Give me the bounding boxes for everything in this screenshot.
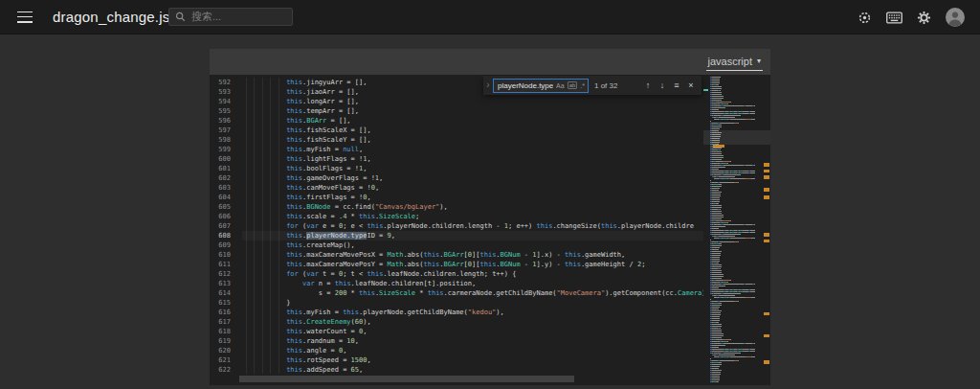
find-match-highlight: playerNode.type [306, 232, 367, 240]
line-number[interactable]: 601 [210, 164, 242, 173]
minimap-slider[interactable] [703, 130, 770, 145]
display-settings-icon[interactable] [858, 11, 872, 25]
code-line[interactable]: this.rotSpeed = 1500, [242, 355, 703, 365]
find-previous-button[interactable]: ↑ [642, 76, 654, 95]
find-close-button[interactable]: × [685, 76, 697, 95]
user-avatar[interactable] [946, 8, 965, 27]
top-bar: dragon_change.js 搜索... [0, 0, 980, 34]
code-line[interactable]: this.firstFlags = !0, [242, 193, 703, 202]
code-line[interactable]: this.tempArr = [], [242, 106, 703, 116]
find-expand-chevron-icon[interactable]: › [483, 76, 493, 95]
code-content[interactable]: this.jingyuArr = [],this.jiaoArr = [],th… [242, 75, 703, 385]
regex-icon[interactable]: .* [580, 82, 585, 89]
line-number[interactable]: 609 [210, 240, 242, 250]
line-number[interactable]: 610 [210, 250, 242, 260]
line-number[interactable]: 606 [210, 212, 242, 221]
line-number[interactable]: 594 [210, 97, 242, 106]
code-line[interactable]: this.BGNode = cc.find("Canvas/bgLayer"), [242, 202, 703, 212]
line-number[interactable]: 603 [210, 183, 242, 193]
line-number[interactable]: 598 [210, 135, 242, 145]
settings-gear-icon[interactable] [917, 11, 931, 25]
search-match-mark [764, 233, 769, 237]
workspace: javascript ▾ › playerNode.type Aa ab .* … [0, 35, 980, 389]
code-line[interactable]: this.canMoveFlags = !0, [242, 183, 703, 193]
code-line[interactable]: this.gameOverFlags = !1, [242, 173, 703, 183]
search-match-mark [764, 195, 769, 199]
line-number[interactable]: 622 [210, 365, 242, 375]
code-line[interactable]: this.maxCameraMovePosY = Math.abs(this.B… [242, 260, 703, 269]
search-match-mark [764, 240, 769, 243]
line-number[interactable]: 612 [210, 269, 242, 279]
code-line[interactable]: this.addSpeed = 65, [242, 365, 703, 375]
line-number[interactable]: 619 [210, 336, 242, 346]
menu-icon[interactable] [17, 11, 33, 23]
find-widget: › playerNode.type Aa ab .* 1 of 32 ↑ ↓ ≡… [483, 76, 702, 95]
search-match-mark [764, 312, 769, 316]
search-match-mark [764, 163, 769, 167]
line-number[interactable]: 595 [210, 106, 242, 116]
code-line-active[interactable]: this.playerNode.typeID = 9, [242, 231, 703, 240]
search-match-mark [764, 170, 769, 173]
code-line[interactable]: this.randnum = 10, [242, 336, 703, 346]
line-number[interactable]: 615 [210, 298, 242, 308]
line-number[interactable]: 607 [210, 221, 242, 231]
search-match-mark [764, 188, 769, 192]
language-label: javascript [708, 56, 752, 67]
line-number[interactable]: 620 [210, 346, 242, 355]
code-line[interactable]: this.lightFlags = !1, [242, 154, 703, 164]
code-line[interactable]: this.longArr = [], [242, 97, 703, 106]
line-number[interactable]: 596 [210, 116, 242, 126]
code-line[interactable]: this.scale = .4 * this.SizeScale; [242, 212, 703, 221]
code-line[interactable]: for (var e = 0; e < this.playerNode.chil… [242, 221, 703, 231]
search-match-mark [764, 334, 769, 338]
line-number[interactable]: 592 [210, 78, 242, 87]
line-number[interactable]: 616 [210, 308, 242, 317]
code-line[interactable]: this.waterCount = 0, [242, 327, 703, 336]
line-number[interactable]: 618 [210, 327, 242, 336]
code-line[interactable]: this.boolFlags = !1, [242, 164, 703, 173]
find-input[interactable]: playerNode.type Aa ab .* [493, 79, 589, 93]
code-line[interactable]: var n = this.leafNode.children[t].positi… [242, 279, 703, 288]
code-line[interactable]: this.BGArr = [], [242, 116, 703, 126]
line-number[interactable]: 597 [210, 126, 242, 135]
line-number[interactable]: 608 [210, 231, 242, 240]
line-number[interactable]: 611 [210, 260, 242, 269]
line-number[interactable]: 599 [210, 145, 242, 154]
find-in-selection-button[interactable]: ≡ [671, 76, 682, 95]
keyboard-icon[interactable] [886, 11, 902, 24]
line-number[interactable]: 604 [210, 193, 242, 202]
code-line[interactable]: this.angle = 0, [242, 346, 703, 355]
code-line[interactable]: s = 200 * this.SizeScale * this.carmeraN… [242, 288, 703, 298]
search-icon [175, 11, 186, 22]
match-case-icon[interactable]: Aa [556, 82, 565, 89]
line-number[interactable]: 617 [210, 317, 242, 327]
horizontal-scrollbar[interactable] [239, 376, 574, 382]
code-line[interactable]: this.myFish = null, [242, 145, 703, 154]
code-line[interactable]: this.maxCameraMovePosX = Math.abs(this.B… [242, 250, 703, 260]
language-selector[interactable]: javascript ▾ [706, 54, 763, 71]
line-number[interactable]: 605 [210, 202, 242, 212]
whole-word-icon[interactable]: ab [568, 81, 578, 89]
find-next-button[interactable]: ↓ [657, 76, 668, 95]
code-line[interactable]: for (var t = 0; t < this.leafNode.childr… [242, 269, 703, 279]
line-number[interactable]: 593 [210, 87, 242, 97]
code-line[interactable]: this.createMap(), [242, 240, 703, 250]
code-line[interactable]: this.CreateEnemy(60), [242, 317, 703, 327]
line-number-gutter[interactable]: 5925935945955965975985996006016026036046… [210, 75, 242, 385]
search-placeholder: 搜索... [191, 10, 221, 24]
global-search-input[interactable]: 搜索... [168, 8, 293, 26]
code-line[interactable]: this.myFish = this.playerNode.getChildBy… [242, 308, 703, 317]
minimap-decoration-mark [703, 89, 708, 91]
line-number[interactable]: 600 [210, 154, 242, 164]
search-match-mark [764, 360, 769, 364]
line-number[interactable]: 621 [210, 355, 242, 365]
line-number[interactable]: 613 [210, 279, 242, 288]
code-line[interactable]: this.fishScaleX = [], [242, 126, 703, 135]
line-number[interactable]: 614 [210, 288, 242, 298]
code-line[interactable]: } [242, 298, 703, 308]
find-query-text: playerNode.type [498, 81, 553, 90]
find-match-count: 1 of 32 [594, 81, 617, 90]
line-number[interactable]: 602 [210, 173, 242, 183]
minimap[interactable] [703, 75, 770, 385]
code-line[interactable]: this.fishScaleY = [], [242, 135, 703, 145]
